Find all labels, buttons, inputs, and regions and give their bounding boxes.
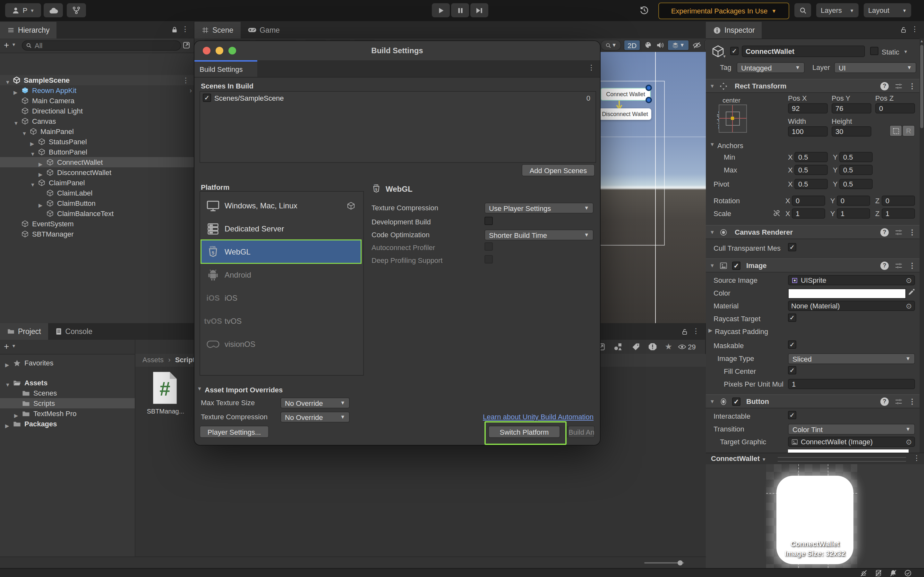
cloud-button[interactable] — [44, 3, 63, 17]
tag-dropdown[interactable]: Untagged▼ — [737, 62, 804, 73]
code-optimization-dropdown[interactable]: Shorter Build Time▼ — [485, 229, 594, 240]
help-icon[interactable]: ? — [880, 82, 889, 90]
anchor-preset-widget[interactable] — [719, 105, 747, 133]
image-type-dropdown[interactable]: Sliced▼ — [788, 353, 915, 364]
hidden-objects-icon[interactable] — [692, 41, 701, 49]
static-checkbox[interactable] — [870, 47, 879, 55]
layer-dropdown[interactable]: UI▼ — [834, 62, 916, 73]
component-menu-icon[interactable]: ⋮ — [909, 261, 916, 269]
pos-x-field[interactable]: 92 — [788, 103, 828, 113]
prefab-chevron-icon[interactable]: › — [190, 85, 192, 95]
component-menu-icon[interactable]: ⋮ — [909, 397, 916, 406]
filter-type-icon[interactable] — [614, 342, 622, 351]
max-texture-size-dropdown[interactable]: No Override▼ — [280, 398, 350, 408]
raycast-target-checkbox[interactable]: ✓ — [788, 314, 796, 322]
platform-tvos[interactable]: tvOStvOS — [202, 309, 360, 332]
selection-handle[interactable] — [646, 97, 652, 103]
build-and-run-button[interactable]: Build And Run — [568, 426, 595, 438]
player-settings-button[interactable]: Player Settings... — [200, 426, 269, 438]
add-open-scenes-button[interactable]: Add Open Scenes — [522, 164, 595, 176]
maskable-checkbox[interactable]: ✓ — [788, 340, 796, 349]
texture-compression-dropdown[interactable]: Use Player Settings▼ — [485, 203, 594, 213]
color-swatch[interactable] — [788, 288, 906, 299]
platform-webgl[interactable]: HTML5WebGL — [202, 240, 360, 263]
favorites-star-icon[interactable]: ★ — [665, 342, 672, 351]
project-menu-icon[interactable]: ⋮ — [692, 327, 699, 335]
scene-disconnect-wallet-button[interactable]: Disconnect Wallet — [599, 108, 651, 120]
transition-dropdown[interactable]: Color Tint▼ — [788, 424, 915, 435]
preview-menu-icon[interactable]: ⋮ — [913, 454, 920, 462]
raw-edit-button[interactable]: R — [902, 125, 915, 137]
interactable-checkbox[interactable]: ✓ — [788, 411, 796, 419]
hierarchy-item-mainpanel[interactable]: ▼MainPanel — [0, 126, 194, 137]
platform-windows-mac-linux[interactable]: Windows, Mac, Linux — [202, 194, 360, 217]
platform-android[interactable]: Android — [202, 263, 360, 286]
shading-icon[interactable] — [644, 41, 652, 49]
play-button[interactable] — [432, 3, 450, 17]
debugger-disabled-icon[interactable] — [860, 569, 867, 577]
hierarchy-item-disconnectwallet[interactable]: ▶DisconnectWallet — [0, 167, 194, 177]
scale-y-field[interactable]: 1 — [837, 208, 870, 219]
project-item-textmesh-pro[interactable]: ▶TextMesh Pro — [0, 408, 135, 419]
image-enabled-checkbox[interactable]: ✓ — [732, 261, 740, 269]
version-control-button[interactable] — [67, 3, 86, 17]
pause-button[interactable] — [451, 3, 469, 17]
blueprint-mode-button[interactable] — [889, 125, 902, 137]
scrollbar-thumb[interactable] — [920, 45, 923, 128]
tab-console[interactable]: Console — [48, 323, 99, 340]
preview-drag-handle[interactable] — [778, 457, 906, 462]
anchor-min-y-field[interactable]: 0.5 — [839, 152, 873, 162]
rotation-x-field[interactable]: 0 — [792, 195, 825, 206]
hierarchy-item-sbtmanager[interactable]: SBTManager — [0, 229, 194, 239]
fill-center-checkbox[interactable]: ✓ — [788, 366, 796, 374]
scene-list-row[interactable]: ✓ Scenes/SampleScene 0 — [200, 92, 596, 105]
foldout-closed-icon[interactable]: ▶ — [5, 421, 11, 432]
notifications-disabled-icon[interactable] — [889, 569, 897, 577]
project-item-favorites[interactable]: ▶Favorites — [0, 358, 135, 368]
hierarchy-item-buttonpanel[interactable]: ▼ButtonPanel — [0, 147, 194, 157]
hierarchy-menu-icon[interactable]: ⋮ — [182, 25, 189, 33]
anchor-min-x-field[interactable]: 0.5 — [795, 152, 828, 162]
slider-thumb[interactable] — [678, 560, 683, 566]
foldout-open-icon[interactable]: ▼ — [710, 398, 716, 404]
asset-item-sbtmanager[interactable]: # SBTManag... — [145, 371, 186, 419]
hierarchy-item-main-camera[interactable]: Main Camera — [0, 95, 194, 106]
static-caret-icon[interactable]: ▼ — [903, 49, 908, 54]
development-build-checkbox[interactable] — [485, 217, 493, 225]
material-field[interactable]: None (Material) ⊙ — [788, 301, 915, 311]
unlock-icon[interactable] — [681, 327, 688, 336]
scene-enabled-checkbox[interactable]: ✓ — [203, 93, 211, 102]
foldout-open-icon[interactable]: ▼ — [710, 83, 716, 89]
pos-z-field[interactable]: 0 — [875, 103, 915, 113]
gameobject-name-field[interactable]: ConnectWallet — [742, 45, 865, 57]
hierarchy-item-connectwallet[interactable]: ▶ConnectWallet — [0, 157, 194, 167]
preset-icon[interactable] — [895, 228, 903, 236]
scenes-list[interactable]: ✓ Scenes/SampleScene 0 — [200, 91, 596, 163]
foldout-closed-icon[interactable]: ▶ — [5, 360, 11, 371]
hierarchy-item-claimpanel[interactable]: ▼ClaimPanel — [0, 177, 194, 188]
project-item-scripts[interactable]: Scripts — [0, 398, 135, 408]
layout-dropdown[interactable]: Layout▼ — [864, 3, 911, 17]
project-create-caret-icon[interactable]: ▼ — [11, 343, 16, 348]
deep-profiling-checkbox[interactable] — [485, 255, 493, 263]
layers-dropdown[interactable]: Layers▼ — [816, 3, 859, 17]
account-button[interactable]: P ▼ — [5, 3, 41, 17]
visibility-icon[interactable] — [678, 343, 687, 351]
hierarchy-item-statuspanel[interactable]: ▶StatusPanel — [0, 137, 194, 147]
component-menu-icon[interactable]: ⋮ — [909, 228, 916, 236]
project-item-scenes[interactable]: Scenes — [0, 388, 135, 398]
rect-transform-header[interactable]: ▼ Rect Transform ? ⋮ — [706, 79, 919, 93]
help-icon[interactable]: ? — [880, 397, 889, 406]
hierarchy-item-samplescene[interactable]: ▼SampleScene⋮ — [0, 75, 194, 85]
hierarchy-item-claimbalancetext[interactable]: ClaimBalanceText — [0, 208, 194, 219]
status-ok-icon[interactable] — [904, 569, 912, 577]
scale-x-field[interactable]: 1 — [792, 208, 825, 219]
anchor-max-x-field[interactable]: 0.5 — [795, 165, 828, 175]
tab-inspector[interactable]: Inspector — [706, 22, 762, 39]
help-icon[interactable]: ? — [880, 228, 889, 236]
thumbnail-zoom-slider[interactable] — [644, 562, 684, 564]
hierarchy-item-claimlabel[interactable]: ClaimLabel — [0, 188, 194, 198]
height-field[interactable]: 30 — [832, 126, 871, 137]
experimental-packages-dropdown[interactable]: Experimental Packages In Use ▼ — [658, 3, 789, 19]
scene-connect-wallet-button[interactable]: Connect Wallet — [601, 88, 651, 101]
